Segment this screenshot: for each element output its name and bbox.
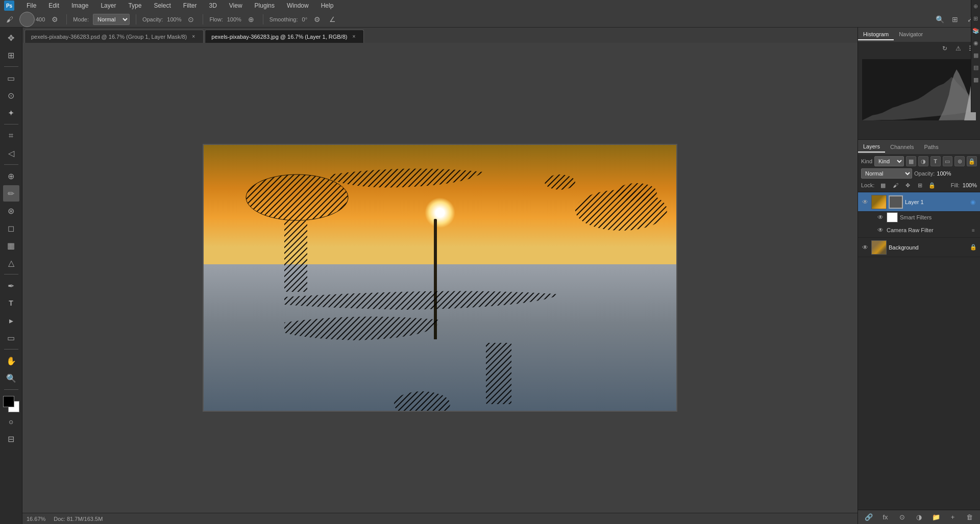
dodge-tool[interactable]: △	[3, 255, 19, 271]
workspace-icon[interactable]: ⊞	[949, 14, 961, 25]
filter-lock-icon[interactable]: 🔒	[967, 156, 977, 166]
search-icon[interactable]: 🔍	[934, 14, 945, 25]
lock-image-icon[interactable]: 🖌	[891, 181, 900, 190]
lock-artboard-icon[interactable]: ⊞	[915, 181, 924, 190]
lock-all-icon[interactable]: 🔒	[927, 181, 937, 190]
filter-adjust-icon[interactable]: ◑	[918, 156, 928, 166]
camera-raw-visibility[interactable]: 👁	[876, 226, 885, 234]
menu-file[interactable]: File	[24, 1, 38, 10]
lasso-tool[interactable]: ⊙	[3, 87, 19, 104]
color-swatch[interactable]	[2, 395, 20, 413]
histogram-tab[interactable]: Histogram	[858, 29, 894, 40]
pen-tool[interactable]: ✒	[3, 278, 19, 294]
navigator-tab[interactable]: Navigator	[894, 29, 928, 40]
smoothing-settings-icon[interactable]: ⚙	[311, 14, 323, 25]
layer-item-layer1[interactable]: 👁 Layer 1 ◉	[858, 192, 980, 212]
magic-wand-tool[interactable]: ✦	[3, 105, 19, 121]
clone-stamp-tool[interactable]: ⊛	[3, 203, 19, 219]
filter-shape-icon[interactable]: ▭	[943, 156, 953, 166]
panel-icons-col: ⊕ ⊞ 📚 ◉ ▦ ▤ ▩	[971, 28, 980, 112]
path-selection-tool[interactable]: ▸	[3, 312, 19, 329]
text-tool[interactable]: T	[3, 295, 19, 311]
screen-mode-btn[interactable]: ⊟	[3, 431, 19, 447]
menu-layer[interactable]: Layer	[99, 1, 118, 10]
filter-pixel-icon[interactable]: ▦	[906, 156, 916, 166]
delete-layer-btn[interactable]: 🗑	[964, 512, 975, 523]
airbrush-icon[interactable]: ⊕	[246, 14, 257, 25]
foreground-color-swatch[interactable]	[3, 396, 14, 407]
background-lock-icon: 🔒	[970, 244, 977, 251]
toolbar-divider-5	[4, 349, 18, 350]
new-adjustment-btn[interactable]: ◑	[914, 512, 925, 523]
blend-mode-select[interactable]: Normal Dissolve Multiply Screen Overlay	[861, 168, 912, 179]
menu-help[interactable]: Help	[319, 1, 336, 10]
angle-icon[interactable]: ∠	[327, 14, 338, 25]
tab-jpg-close[interactable]: ×	[350, 33, 357, 40]
layer1-smart-badge: ◉	[969, 198, 977, 206]
smart-filters-visibility[interactable]: 👁	[876, 213, 885, 221]
gradient-tool[interactable]: ▦	[3, 237, 19, 254]
tab-jpg[interactable]: pexels-pixabay-366283.jpg @ 16.7% (Layer…	[205, 30, 364, 43]
histogram-refresh-icon[interactable]: ↻	[939, 43, 950, 54]
canvas-area: pexels-pixabay-366283.psd @ 16.7% (Group…	[22, 28, 857, 524]
link-layers-btn[interactable]: 🔗	[863, 512, 874, 523]
menu-select[interactable]: Select	[152, 1, 173, 10]
menu-edit[interactable]: Edit	[46, 1, 61, 10]
healing-tool[interactable]: ⊕	[3, 168, 19, 184]
paths-tab[interactable]: Paths	[919, 142, 944, 152]
brush-tool[interactable]: ✏	[3, 185, 19, 202]
menu-image[interactable]: Image	[69, 1, 90, 10]
shape-tool[interactable]: ▭	[3, 330, 19, 346]
canvas-viewport[interactable]	[22, 43, 857, 513]
marquee-tool[interactable]: ▭	[3, 70, 19, 86]
tab-psd[interactable]: pexels-pixabay-366283.psd @ 16.7% (Group…	[24, 30, 204, 43]
menu-plugins[interactable]: Plugins	[253, 1, 277, 10]
filter-type-icon[interactable]: T	[930, 156, 941, 166]
tab-jpg-label: pexels-pixabay-366283.jpg @ 16.7% (Layer…	[211, 34, 347, 40]
background-visibility[interactable]: 👁	[861, 243, 869, 252]
eraser-tool[interactable]: ◻	[3, 220, 19, 236]
layers-tab[interactable]: Layers	[858, 141, 885, 153]
eyedropper-tool[interactable]: ◁	[3, 145, 19, 161]
brush-settings-icon[interactable]: ⚙	[49, 14, 60, 25]
new-group-btn[interactable]: 📁	[930, 512, 942, 523]
fill-value[interactable]: 100%	[963, 182, 977, 188]
new-layer-btn[interactable]: +	[947, 512, 959, 523]
mode-select[interactable]: Normal Dissolve Multiply	[93, 14, 130, 25]
divider-3	[203, 14, 203, 24]
opacity-value-layers[interactable]: 100%	[937, 170, 951, 177]
camera-raw-options-icon[interactable]: ≡	[970, 227, 977, 234]
channels-tab[interactable]: Channels	[885, 142, 919, 152]
right-panel-icon-4[interactable]: ◉	[972, 39, 980, 47]
menu-3d[interactable]: 3D	[207, 1, 218, 10]
lock-pixels-icon[interactable]: ▦	[878, 181, 888, 190]
menu-filter[interactable]: Filter	[181, 1, 199, 10]
opacity-label: Opacity:	[142, 16, 163, 22]
camera-raw-filter-name: Camera Raw Filter	[887, 227, 934, 233]
crop-tool[interactable]: ⌗	[3, 128, 19, 144]
add-style-btn[interactable]: fx	[880, 512, 891, 523]
histogram-warning-icon[interactable]: ⚠	[952, 43, 964, 54]
quick-mask-icon[interactable]: ⊙	[5, 415, 18, 429]
right-panel-icon-7[interactable]: ▩	[972, 76, 980, 84]
menu-window[interactable]: Window	[285, 1, 311, 10]
right-panel-icon-6[interactable]: ▤	[972, 63, 980, 71]
filter-smart-icon[interactable]: ⊛	[954, 156, 965, 166]
menu-type[interactable]: Type	[126, 1, 143, 10]
camera-raw-filter-item[interactable]: 👁 Camera Raw Filter ≡	[873, 223, 980, 237]
menu-view[interactable]: View	[227, 1, 244, 10]
layer-item-background[interactable]: 👁 Background 🔒	[858, 238, 980, 257]
move-tool[interactable]: ✥	[3, 30, 19, 46]
add-mask-btn[interactable]: ⊙	[897, 512, 908, 523]
pressure-opacity-icon[interactable]: ⊙	[185, 14, 197, 25]
brush-preset-icon[interactable]: 🖌	[4, 14, 15, 25]
layer1-visibility[interactable]: 👁	[861, 198, 869, 206]
right-panel-icon-5[interactable]: ▦	[972, 51, 980, 59]
right-panel-icon-3[interactable]: 📚	[972, 28, 980, 35]
hand-tool[interactable]: ✋	[3, 353, 19, 369]
artboard-tool[interactable]: ⊞	[3, 47, 19, 63]
tab-psd-close[interactable]: ×	[190, 33, 197, 40]
zoom-tool[interactable]: 🔍	[3, 370, 19, 386]
kind-select[interactable]: Kind Name Effect Mode	[874, 156, 904, 166]
lock-position-icon[interactable]: ✥	[903, 181, 912, 190]
